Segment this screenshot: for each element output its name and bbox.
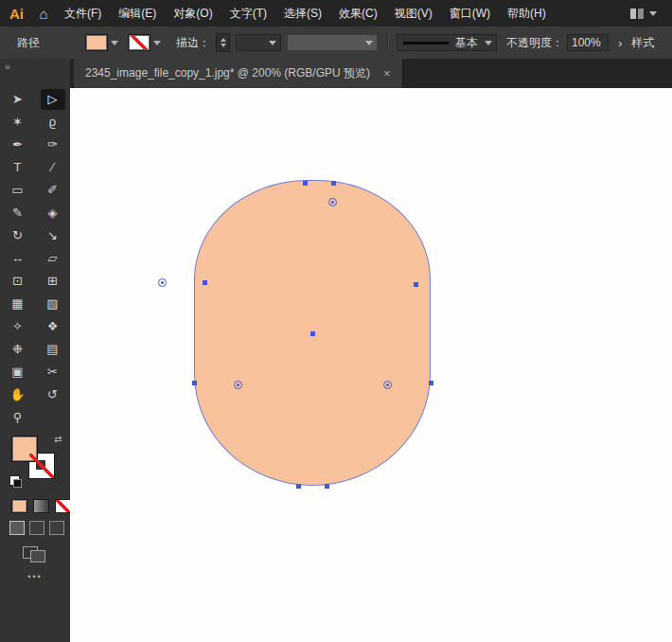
menu-item-1[interactable]: 编辑(E) — [110, 0, 165, 27]
stroke-style-dropdown[interactable]: 基本 — [397, 34, 497, 51]
chevron-down-icon — [485, 41, 492, 45]
document-tab-title: 2345_image_file_copy_1.jpg* @ 200% (RGB/… — [85, 65, 370, 81]
brush-definition-dropdown[interactable] — [287, 34, 378, 51]
main-menu: 文件(F)编辑(E)对象(O)文字(T)选择(S)效果(C)视图(V)窗口(W)… — [56, 0, 555, 27]
home-icon[interactable]: ⌂ — [31, 6, 56, 22]
line-segment-tool[interactable]: ∕ — [41, 157, 65, 178]
lasso-tool[interactable]: ϱ — [41, 112, 65, 133]
anchor-point[interactable] — [331, 181, 336, 186]
draw-inside-button[interactable] — [49, 521, 64, 535]
column-graph-tool[interactable]: ▤ — [41, 339, 65, 360]
opacity-input[interactable]: 100% — [567, 34, 609, 51]
none-button[interactable] — [55, 499, 71, 513]
separator — [387, 32, 389, 53]
workspace-grid-icon — [630, 9, 644, 19]
swap-fill-stroke-icon[interactable]: ⇄ — [54, 434, 62, 444]
stroke-none-swatch[interactable] — [128, 34, 150, 51]
chevron-down-icon — [111, 41, 118, 45]
eraser-tool[interactable]: ◈ — [41, 203, 65, 223]
anchor-point[interactable] — [429, 381, 433, 385]
menu-item-5[interactable]: 效果(C) — [330, 0, 386, 27]
stepper-up-icon[interactable] — [221, 38, 226, 42]
center-point[interactable] — [310, 331, 315, 336]
close-icon[interactable]: × — [383, 66, 391, 80]
menu-item-3[interactable]: 文字(T) — [221, 0, 275, 27]
draw-behind-button[interactable] — [29, 521, 44, 535]
chevron-down-icon — [153, 41, 161, 45]
blend-tool[interactable]: ❖ — [41, 316, 65, 337]
more-options-chevron[interactable]: › — [618, 36, 622, 50]
symbol-sprayer-tool[interactable]: ❉ — [6, 339, 30, 360]
control-bar: 路径 描边： 基本 不透明度： 100% › 样式 — [0, 27, 672, 60]
magic-wand-tool[interactable]: ✶ — [6, 112, 30, 133]
curvature-tool[interactable]: ✑ — [41, 134, 65, 155]
anchor-point[interactable] — [303, 181, 308, 186]
stroke-proxy[interactable] — [28, 453, 55, 479]
change-screen-mode-button[interactable] — [23, 546, 45, 561]
stroke-style-label: 基本 — [455, 35, 478, 51]
perspective-grid-tool[interactable]: ⊞ — [41, 271, 65, 292]
width-tool[interactable]: ↔ — [6, 248, 30, 269]
scale-tool[interactable]: ↘ — [41, 225, 65, 246]
corner-widget[interactable] — [383, 381, 392, 389]
pencil-tool[interactable]: ✎ — [6, 203, 30, 223]
stroke-weight-dropdown[interactable] — [236, 34, 281, 51]
anchor-point[interactable] — [414, 282, 418, 287]
menu-item-6[interactable]: 视图(V) — [386, 0, 441, 27]
stroke-style-line-icon — [403, 42, 449, 45]
rotate-view-tool[interactable]: ↺ — [41, 384, 65, 405]
draw-normal-button[interactable] — [9, 521, 25, 535]
chevron-down-icon — [365, 41, 373, 45]
zoom-tool[interactable]: ⚲ — [6, 407, 30, 428]
chevron-down-icon — [649, 11, 657, 16]
gradient-tool[interactable]: ▨ — [41, 294, 65, 314]
edit-toolbar-ellipsis[interactable]: ••• — [0, 572, 70, 581]
anchor-point[interactable] — [192, 381, 197, 385]
rotate-tool[interactable]: ↻ — [6, 225, 30, 246]
corner-widget[interactable] — [328, 198, 337, 206]
stroke-weight-stepper[interactable] — [216, 33, 230, 52]
free-transform-tool[interactable]: ▱ — [41, 248, 65, 269]
anchor-point[interactable] — [203, 280, 207, 285]
app-logo[interactable]: Ai — [0, 6, 31, 22]
type-tool[interactable]: T — [6, 157, 30, 178]
menu-item-0[interactable]: 文件(F) — [56, 0, 110, 27]
hand-tool[interactable]: ✋ — [6, 384, 30, 405]
workspace-switcher[interactable] — [630, 9, 672, 19]
menu-item-7[interactable]: 窗口(W) — [441, 0, 499, 27]
eyedropper-tool[interactable]: ✧ — [6, 316, 30, 337]
menu-bar: Ai ⌂ 文件(F)编辑(E)对象(O)文字(T)选择(S)效果(C)视图(V)… — [0, 0, 672, 27]
anchor-point[interactable] — [325, 484, 329, 489]
shape-builder-tool[interactable]: ⊡ — [6, 271, 30, 292]
anchor-point[interactable] — [296, 484, 301, 489]
menu-item-8[interactable]: 帮助(H) — [499, 0, 555, 27]
stroke-color-control[interactable] — [128, 34, 161, 51]
direct-selection-tool[interactable]: ▷ — [41, 89, 65, 110]
corner-widget[interactable] — [234, 381, 242, 389]
fill-stroke-indicator: ⇄ — [0, 436, 70, 494]
paintbrush-tool[interactable]: ✐ — [41, 180, 65, 201]
slice-tool[interactable]: ✂ — [41, 362, 65, 383]
canvas[interactable] — [70, 88, 672, 642]
draw-mode-row — [9, 521, 64, 535]
style-label: 样式 — [631, 35, 654, 51]
fill-swatch[interactable] — [85, 34, 108, 51]
fill-color-control[interactable] — [85, 34, 118, 51]
selection-tool[interactable]: ➤ — [6, 89, 30, 110]
menu-item-4[interactable]: 选择(S) — [275, 0, 330, 27]
default-fill-stroke-icon[interactable] — [9, 475, 20, 486]
opacity-label: 不透明度： — [506, 35, 563, 51]
color-button[interactable] — [11, 499, 27, 513]
mesh-tool[interactable]: ▦ — [6, 294, 30, 314]
stepper-down-icon[interactable] — [221, 44, 226, 47]
corner-widget[interactable] — [158, 278, 167, 287]
collapse-panel-icon[interactable]: « — [5, 61, 10, 72]
document-tab[interactable]: 2345_image_file_copy_1.jpg* @ 200% (RGB/… — [74, 59, 403, 88]
document-tab-bar: 2345_image_file_copy_1.jpg* @ 200% (RGB/… — [70, 59, 672, 88]
artboard-tool[interactable]: ▣ — [6, 362, 30, 383]
tools-grid: ➤▷✶ϱ✒✑T∕▭✐✎◈↻↘↔▱⊡⊞▦▨✧❖❉▤▣✂✋↺⚲ — [0, 89, 70, 428]
menu-item-2[interactable]: 对象(O) — [165, 0, 221, 27]
rectangle-tool[interactable]: ▭ — [6, 180, 30, 201]
gradient-button[interactable] — [33, 499, 49, 513]
pen-tool[interactable]: ✒ — [6, 134, 30, 155]
